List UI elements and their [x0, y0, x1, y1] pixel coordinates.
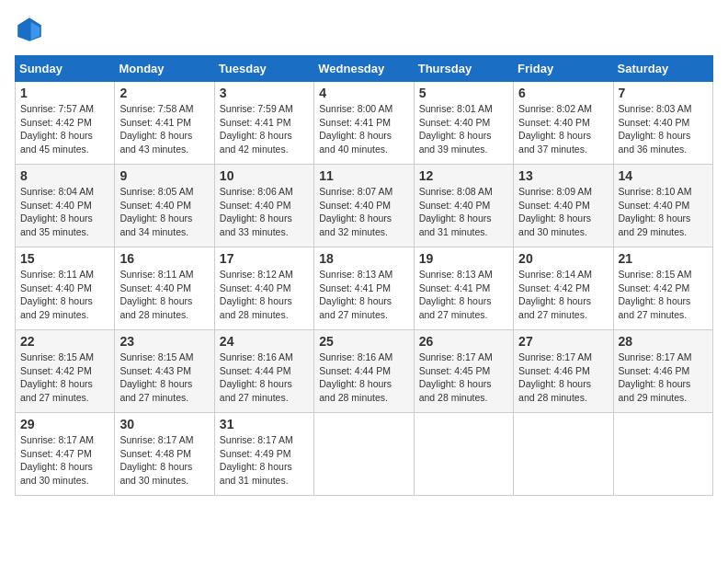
day-info: Sunrise: 8:17 AM Sunset: 4:49 PM Dayligh… — [220, 433, 309, 488]
calendar-cell: 3Sunrise: 7:59 AM Sunset: 4:41 PM Daylig… — [214, 82, 313, 165]
day-number: 9 — [119, 168, 209, 183]
day-info: Sunrise: 8:14 AM Sunset: 4:42 PM Dayligh… — [518, 268, 608, 322]
day-number: 30 — [119, 417, 209, 431]
day-number: 5 — [419, 86, 508, 100]
day-number: 22 — [20, 334, 109, 349]
day-info: Sunrise: 8:17 AM Sunset: 4:46 PM Dayligh… — [619, 350, 708, 405]
calendar-cell — [314, 413, 414, 496]
day-number: 26 — [419, 334, 508, 349]
day-info: Sunrise: 8:13 AM Sunset: 4:41 PM Dayligh… — [419, 268, 508, 322]
calendar-cell: 12Sunrise: 8:08 AM Sunset: 4:40 PM Dayli… — [414, 165, 513, 247]
column-header-thursday: Thursday — [414, 56, 513, 82]
calendar-cell: 24Sunrise: 8:16 AM Sunset: 4:44 PM Dayli… — [214, 330, 313, 413]
calendar-cell: 30Sunrise: 8:17 AM Sunset: 4:48 PM Dayli… — [115, 413, 214, 496]
day-info: Sunrise: 8:08 AM Sunset: 4:40 PM Dayligh… — [419, 185, 508, 239]
day-number: 12 — [419, 168, 508, 183]
calendar-cell: 5Sunrise: 8:01 AM Sunset: 4:40 PM Daylig… — [414, 82, 513, 165]
calendar-cell: 4Sunrise: 8:00 AM Sunset: 4:41 PM Daylig… — [314, 82, 414, 165]
calendar-cell: 25Sunrise: 8:16 AM Sunset: 4:44 PM Dayli… — [314, 330, 414, 413]
calendar-cell: 20Sunrise: 8:14 AM Sunset: 4:42 PM Dayli… — [514, 247, 613, 330]
calendar-cell: 2Sunrise: 7:58 AM Sunset: 4:41 PM Daylig… — [115, 82, 214, 165]
day-info: Sunrise: 8:17 AM Sunset: 4:47 PM Dayligh… — [20, 433, 109, 488]
day-info: Sunrise: 8:15 AM Sunset: 4:42 PM Dayligh… — [20, 350, 109, 405]
day-info: Sunrise: 8:11 AM Sunset: 4:40 PM Dayligh… — [119, 268, 209, 322]
column-header-friday: Friday — [514, 56, 613, 82]
day-info: Sunrise: 8:13 AM Sunset: 4:41 PM Dayligh… — [319, 268, 408, 322]
calendar-week-row: 8Sunrise: 8:04 AM Sunset: 4:40 PM Daylig… — [16, 165, 713, 247]
day-number: 14 — [619, 168, 708, 183]
calendar-cell: 29Sunrise: 8:17 AM Sunset: 4:47 PM Dayli… — [16, 413, 115, 496]
calendar-week-row: 15Sunrise: 8:11 AM Sunset: 4:40 PM Dayli… — [16, 247, 713, 330]
day-number: 18 — [319, 251, 408, 266]
column-header-sunday: Sunday — [16, 56, 115, 82]
calendar-cell: 15Sunrise: 8:11 AM Sunset: 4:40 PM Dayli… — [16, 247, 115, 330]
day-info: Sunrise: 8:03 AM Sunset: 4:40 PM Dayligh… — [619, 102, 708, 156]
calendar-cell — [414, 413, 513, 496]
day-info: Sunrise: 8:07 AM Sunset: 4:40 PM Dayligh… — [319, 185, 408, 239]
day-info: Sunrise: 8:17 AM Sunset: 4:48 PM Dayligh… — [119, 433, 209, 488]
day-number: 29 — [20, 417, 109, 431]
day-info: Sunrise: 8:16 AM Sunset: 4:44 PM Dayligh… — [220, 350, 309, 405]
calendar-cell: 6Sunrise: 8:02 AM Sunset: 4:40 PM Daylig… — [514, 82, 613, 165]
day-info: Sunrise: 8:10 AM Sunset: 4:40 PM Dayligh… — [619, 185, 708, 239]
calendar-cell: 1Sunrise: 7:57 AM Sunset: 4:42 PM Daylig… — [16, 82, 115, 165]
day-info: Sunrise: 8:06 AM Sunset: 4:40 PM Dayligh… — [220, 185, 309, 239]
calendar-cell: 14Sunrise: 8:10 AM Sunset: 4:40 PM Dayli… — [613, 165, 712, 247]
day-info: Sunrise: 8:15 AM Sunset: 4:42 PM Dayligh… — [619, 268, 708, 322]
day-number: 3 — [220, 86, 309, 100]
day-number: 6 — [518, 86, 608, 100]
calendar-week-row: 29Sunrise: 8:17 AM Sunset: 4:47 PM Dayli… — [16, 413, 713, 496]
calendar-cell: 9Sunrise: 8:05 AM Sunset: 4:40 PM Daylig… — [115, 165, 214, 247]
calendar-cell: 16Sunrise: 8:11 AM Sunset: 4:40 PM Dayli… — [115, 247, 214, 330]
day-info: Sunrise: 8:11 AM Sunset: 4:40 PM Dayligh… — [20, 268, 109, 322]
column-header-monday: Monday — [115, 56, 214, 82]
column-header-wednesday: Wednesday — [314, 56, 414, 82]
day-number: 28 — [619, 334, 708, 349]
calendar-cell — [613, 413, 712, 496]
day-number: 7 — [619, 86, 708, 100]
day-number: 15 — [20, 251, 109, 266]
calendar-table: SundayMondayTuesdayWednesdayThursdayFrid… — [15, 55, 713, 496]
day-number: 31 — [220, 417, 309, 431]
calendar-cell: 10Sunrise: 8:06 AM Sunset: 4:40 PM Dayli… — [214, 165, 313, 247]
page-header — [15, 15, 713, 44]
day-number: 13 — [518, 168, 608, 183]
day-number: 1 — [20, 86, 109, 100]
calendar-cell: 21Sunrise: 8:15 AM Sunset: 4:42 PM Dayli… — [613, 247, 712, 330]
day-number: 16 — [119, 251, 209, 266]
calendar-cell: 18Sunrise: 8:13 AM Sunset: 4:41 PM Dayli… — [314, 247, 414, 330]
calendar-cell — [514, 413, 613, 496]
day-info: Sunrise: 8:09 AM Sunset: 4:40 PM Dayligh… — [518, 185, 608, 239]
calendar-cell: 8Sunrise: 8:04 AM Sunset: 4:40 PM Daylig… — [16, 165, 115, 247]
calendar-week-row: 1Sunrise: 7:57 AM Sunset: 4:42 PM Daylig… — [16, 82, 713, 165]
calendar-cell: 7Sunrise: 8:03 AM Sunset: 4:40 PM Daylig… — [613, 82, 712, 165]
calendar-cell: 28Sunrise: 8:17 AM Sunset: 4:46 PM Dayli… — [613, 330, 712, 413]
day-number: 20 — [518, 251, 608, 266]
column-header-tuesday: Tuesday — [214, 56, 313, 82]
day-info: Sunrise: 8:17 AM Sunset: 4:45 PM Dayligh… — [419, 350, 508, 405]
logo — [15, 15, 50, 44]
day-number: 24 — [220, 334, 309, 349]
column-header-saturday: Saturday — [613, 56, 712, 82]
day-info: Sunrise: 8:16 AM Sunset: 4:44 PM Dayligh… — [319, 350, 408, 405]
calendar-header-row: SundayMondayTuesdayWednesdayThursdayFrid… — [16, 56, 713, 82]
day-number: 17 — [220, 251, 309, 266]
day-number: 2 — [119, 86, 209, 100]
day-info: Sunrise: 8:05 AM Sunset: 4:40 PM Dayligh… — [119, 185, 209, 239]
day-number: 10 — [220, 168, 309, 183]
day-number: 11 — [319, 168, 408, 183]
day-number: 27 — [518, 334, 608, 349]
day-info: Sunrise: 7:59 AM Sunset: 4:41 PM Dayligh… — [220, 102, 309, 156]
day-number: 19 — [419, 251, 508, 266]
calendar-cell: 19Sunrise: 8:13 AM Sunset: 4:41 PM Dayli… — [414, 247, 513, 330]
logo-icon — [15, 15, 44, 44]
calendar-week-row: 22Sunrise: 8:15 AM Sunset: 4:42 PM Dayli… — [16, 330, 713, 413]
day-info: Sunrise: 8:01 AM Sunset: 4:40 PM Dayligh… — [419, 102, 508, 156]
day-info: Sunrise: 8:02 AM Sunset: 4:40 PM Dayligh… — [518, 102, 608, 156]
day-number: 4 — [319, 86, 408, 100]
calendar-cell: 13Sunrise: 8:09 AM Sunset: 4:40 PM Dayli… — [514, 165, 613, 247]
day-info: Sunrise: 7:58 AM Sunset: 4:41 PM Dayligh… — [119, 102, 209, 156]
calendar-cell: 11Sunrise: 8:07 AM Sunset: 4:40 PM Dayli… — [314, 165, 414, 247]
day-number: 21 — [619, 251, 708, 266]
day-info: Sunrise: 8:04 AM Sunset: 4:40 PM Dayligh… — [20, 185, 109, 239]
